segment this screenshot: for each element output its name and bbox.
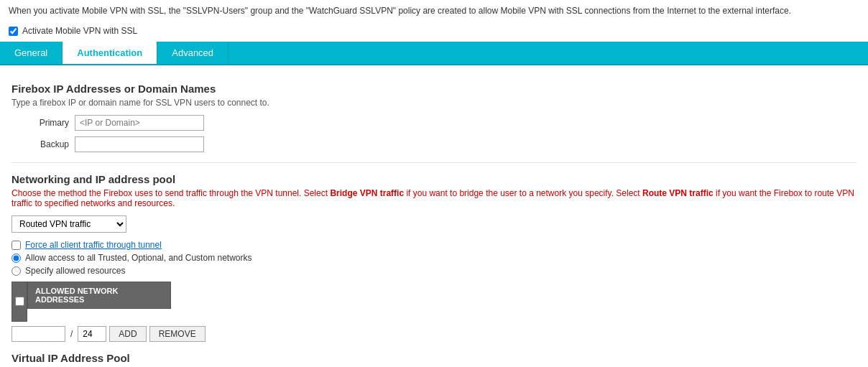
remove-button[interactable]: REMOVE [149, 326, 206, 342]
virtual-ip-section: Virtual IP Address Pool Specify the priv… [11, 352, 857, 368]
activate-row: Activate Mobile VPN with SSL [0, 22, 868, 42]
force-tunnel-row: Force all client traffic through tunnel [11, 240, 857, 250]
tabs-bar: General Authentication Advanced [0, 42, 868, 65]
tab-authentication[interactable]: Authentication [63, 42, 157, 64]
specify-resources-label: Specify allowed resources [25, 266, 125, 276]
firebox-section: Firebox IP Addresses or Domain Names Typ… [11, 83, 857, 152]
radio-group: Force all client traffic through tunnel … [11, 240, 857, 276]
network-ip-input[interactable] [11, 326, 65, 342]
divider-1 [11, 162, 857, 163]
network-table: ALLOWED NETWORK ADDRESSES [27, 282, 171, 316]
allow-access-radio[interactable] [11, 254, 21, 263]
vpn-traffic-dropdown[interactable]: Routed VPN traffic Bridge VPN traffic [11, 215, 126, 233]
allow-access-row: Allow access to all Trusted, Optional, a… [11, 253, 857, 263]
table-empty-row [28, 309, 171, 316]
primary-label: Primary [11, 118, 69, 128]
networking-title: Networking and IP address pool [11, 173, 857, 185]
firebox-title: Firebox IP Addresses or Domain Names [11, 83, 857, 95]
slash-separator: / [70, 329, 73, 339]
backup-field-row: Backup [11, 136, 857, 152]
info-text-bar: When you activate Mobile VPN with SSL, t… [0, 0, 868, 22]
table-header-allowed-network: ALLOWED NETWORK ADDRESSES [28, 282, 171, 309]
specify-resources-row: Specify allowed resources [11, 266, 857, 276]
add-button[interactable]: ADD [109, 326, 146, 342]
activate-label: Activate Mobile VPN with SSL [22, 26, 137, 36]
network-table-container: ALLOWED NETWORK ADDRESSES [11, 282, 857, 322]
primary-input[interactable] [75, 115, 204, 131]
force-tunnel-label: Force all client traffic through tunnel [25, 240, 162, 250]
allow-access-label: Allow access to all Trusted, Optional, a… [25, 253, 251, 263]
networking-desc: Choose the method the Firebox uses to se… [11, 188, 857, 208]
tab-general[interactable]: General [0, 42, 63, 64]
tab-advanced[interactable]: Advanced [157, 42, 228, 64]
networking-desc-part2: if you want to bridge the user to a netw… [404, 188, 642, 198]
route-bold: Route VPN traffic [642, 188, 714, 198]
table-checkbox-col [11, 282, 27, 322]
firebox-desc: Type a firebox IP or domain name for SSL… [11, 98, 857, 108]
backup-input[interactable] [75, 136, 204, 152]
bridge-bold: Bridge VPN traffic [330, 188, 404, 198]
virtual-ip-title: Virtual IP Address Pool [11, 352, 857, 364]
specify-resources-radio[interactable] [11, 266, 21, 276]
table-select-all[interactable] [15, 297, 24, 306]
networking-desc-part1: Choose the method the Firebox uses to se… [11, 188, 330, 198]
dropdown-row: Routed VPN traffic Bridge VPN traffic [11, 215, 857, 233]
networking-section: Networking and IP address pool Choose th… [11, 173, 857, 342]
network-cidr-input[interactable]: 24 [78, 326, 106, 342]
main-content: Firebox IP Addresses or Domain Names Typ… [0, 65, 868, 367]
primary-field-row: Primary [11, 115, 857, 131]
force-tunnel-checkbox[interactable] [11, 241, 21, 250]
activate-checkbox[interactable] [9, 27, 18, 36]
info-text: When you activate Mobile VPN with SSL, t… [0, 0, 868, 22]
add-remove-row: / 24 ADD REMOVE [11, 326, 857, 342]
backup-label: Backup [11, 139, 69, 149]
